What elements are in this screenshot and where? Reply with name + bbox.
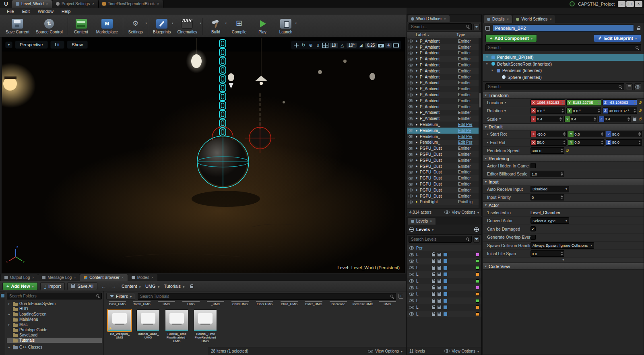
actor-type-text[interactable]: Emitter (458, 39, 481, 43)
outliner-row[interactable]: P_Ambient Emitter (407, 50, 481, 56)
visibility-eye-icon[interactable] (409, 64, 413, 66)
perspective-button[interactable]: Perspective (15, 41, 47, 49)
outliner-tab-close-icon[interactable]: ✕ (444, 17, 446, 21)
toolbar-button[interactable]: Source Control ▾ (33, 18, 68, 35)
menu-item[interactable]: Window (34, 8, 57, 14)
view-options-button[interactable]: View Options (444, 349, 479, 353)
level-lock-icon[interactable] (432, 314, 435, 316)
collapse-sources-icon[interactable] (1, 294, 4, 297)
folder-row[interactable]: ▸ Tutorials (7, 338, 102, 343)
actor-type-text[interactable]: Emitter (458, 45, 481, 50)
component-tree-row[interactable]: ▾ Pendelum (Inherited) (483, 67, 644, 74)
folder-row[interactable]: ▸ LoadingScreen (7, 312, 102, 317)
vector-field-x[interactable]: X-50.0 (530, 131, 567, 137)
menu-item[interactable]: Help (58, 8, 74, 14)
level-lock-icon[interactable] (432, 307, 435, 309)
visibility-eye-icon[interactable] (409, 111, 413, 114)
rotation-snap-value[interactable]: 10° (347, 43, 357, 48)
outliner-row[interactable]: P_Ambient Emitter (407, 68, 481, 74)
outliner-row[interactable]: P_Ambient Emitter (407, 104, 481, 110)
level-row[interactable]: L (407, 291, 481, 297)
level-color-chip[interactable] (476, 299, 479, 303)
level-blueprint-icon[interactable] (444, 253, 447, 256)
actor-type-text[interactable]: Emitter (458, 158, 481, 163)
level-color-chip[interactable] (476, 286, 479, 289)
folder-row[interactable]: ▸ PrototypeGuide (7, 327, 102, 332)
add-new-button[interactable]: + Add New (2, 282, 38, 290)
toolbar-button[interactable]: Play ▾ (251, 18, 274, 35)
property-dropdown[interactable]: Select a Type▾ (530, 217, 569, 224)
component-tree-row[interactable]: ▾ Pendelum_BP(self) (483, 54, 644, 61)
component-expand-icon[interactable]: ▾ (486, 62, 489, 66)
actor-type-text[interactable]: Edit Pe (458, 128, 481, 133)
search-assets-input[interactable] (138, 293, 396, 300)
level-row[interactable]: L (407, 297, 481, 304)
dock-tab-close-icon[interactable]: ✕ (74, 276, 76, 279)
actor-name-input[interactable] (493, 25, 634, 32)
level-lock-icon[interactable] (432, 281, 435, 283)
actor-type-text[interactable]: Edit Per (458, 140, 481, 144)
viewport-scene[interactable]: z y x (2, 38, 405, 273)
level-color-chip[interactable] (476, 259, 479, 263)
outliner-row[interactable]: P_Ambient Emitter (407, 38, 481, 44)
spinner-arrows-icon[interactable] (561, 171, 564, 177)
dock-tab-close-icon[interactable]: ✕ (151, 276, 154, 279)
outliner-row[interactable]: P_Ambient Emitter (407, 110, 481, 116)
expand-more-button[interactable]: ▼ (483, 258, 644, 263)
spinner-arrows-icon[interactable] (634, 108, 637, 114)
outliner-row[interactable]: Pendelum_ Edit Pe (407, 128, 481, 134)
property-checkbox[interactable] (530, 163, 536, 168)
levels-tab-close-icon[interactable]: ✕ (430, 220, 432, 223)
section-header-default[interactable]: ▾Default (483, 124, 644, 130)
toolbar-button[interactable]: Build ▾ (204, 18, 227, 35)
level-color-chip[interactable] (476, 266, 479, 270)
outliner-row[interactable]: PGPU_Dust Emitter (407, 157, 481, 163)
vector-field-y[interactable]: Y5183.22705 (566, 99, 601, 106)
spinner-arrows-icon[interactable] (638, 140, 642, 145)
level-color-chip[interactable] (476, 292, 479, 296)
level-save-icon[interactable] (438, 286, 441, 289)
level-visibility-icon[interactable] (409, 286, 414, 289)
actor-type-text[interactable]: Emitter (458, 194, 481, 198)
dropdown-caret-icon[interactable]: ▾ (146, 22, 147, 25)
section-header-actor[interactable]: ▾Actor (483, 202, 644, 208)
type-column-header[interactable]: Type (456, 33, 481, 37)
world-settings-tab[interactable]: World Settings ✕ (513, 15, 555, 23)
asset-tile-clipped[interactable]: UMG (376, 301, 399, 308)
actor-type-text[interactable]: Emitter (458, 116, 481, 121)
reset-to-default-icon[interactable]: ↺ (638, 117, 642, 121)
dropdown-caret-icon[interactable]: ▾ (200, 22, 202, 25)
level-save-icon[interactable] (438, 292, 441, 296)
view-options-button[interactable]: View Options (444, 210, 479, 215)
path-lock-icon[interactable] (190, 286, 193, 288)
levels-menu-button[interactable]: Levels (409, 227, 433, 232)
outliner-row[interactable]: P_Ambient Emitter (407, 80, 481, 86)
asset-tile-clipped[interactable]: Decrease (326, 301, 350, 308)
actor-type-text[interactable]: Emitter (458, 93, 481, 97)
scalar-field[interactable]: 0 (530, 194, 564, 200)
expander-icon[interactable]: ▸ (487, 141, 489, 144)
forward-arrow-icon[interactable]: → (110, 283, 118, 289)
property-checkbox[interactable] (530, 235, 536, 240)
close-button[interactable]: ✕ (635, 1, 642, 7)
reset-to-default-icon[interactable]: ↺ (638, 101, 642, 105)
camera-speed-value[interactable]: 4 (385, 43, 392, 48)
asset-tile-clipped[interactable]: Torch_UMG (130, 301, 154, 308)
world-composition-icon[interactable] (474, 227, 479, 232)
vector-field-y[interactable]: Y0.4 (564, 116, 597, 122)
levels-search-input[interactable] (409, 236, 472, 243)
visibility-eye-icon[interactable] (409, 70, 413, 72)
spinner-arrows-icon[interactable] (601, 140, 604, 145)
level-blueprint-icon[interactable] (444, 286, 447, 289)
visibility-eye-icon[interactable] (409, 99, 413, 102)
actor-type-text[interactable]: Edit Per (458, 134, 481, 139)
level-row[interactable]: L (407, 264, 481, 271)
actor-type-text[interactable]: Emitter (458, 51, 481, 55)
grid-snap-value[interactable]: 10 (330, 43, 338, 48)
details-tab-close-icon[interactable]: ✕ (507, 18, 509, 21)
actor-type-text[interactable]: Emitter (458, 188, 481, 192)
spinner-arrows-icon[interactable] (598, 100, 601, 105)
dropdown-caret-icon[interactable]: ▾ (295, 22, 297, 25)
actor-type-text[interactable]: Emitter (458, 80, 481, 85)
level-color-chip[interactable] (476, 253, 479, 256)
